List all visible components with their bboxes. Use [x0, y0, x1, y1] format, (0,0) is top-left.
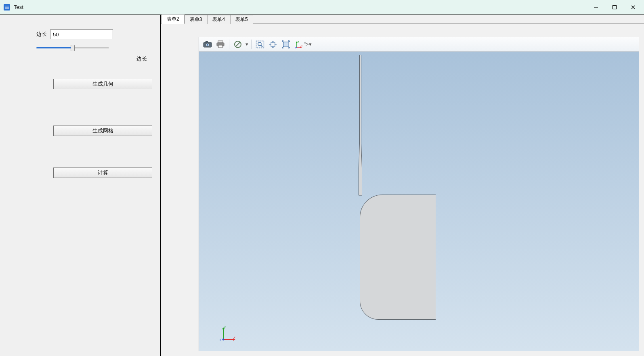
- triad-x-label: x: [234, 335, 235, 339]
- close-button[interactable]: [624, 1, 642, 13]
- geometry-block: [360, 195, 436, 320]
- graphics-viewer: ▾: [199, 37, 639, 351]
- toolbar-separator: [251, 40, 252, 49]
- toolbar-separator: [229, 40, 229, 49]
- tab-bar: 表单2表单3表单4表单5: [161, 15, 644, 24]
- generate-geometry-button[interactable]: 生成几何: [53, 79, 152, 89]
- svg-rect-10: [256, 41, 264, 48]
- no-entry-icon[interactable]: [232, 39, 244, 50]
- title-bar: Test: [0, 0, 644, 15]
- svg-point-16: [222, 339, 224, 341]
- tab-form2[interactable]: 表单2: [162, 15, 185, 24]
- edge-length-label-right: 边长: [136, 55, 147, 63]
- zoom-area-icon[interactable]: [254, 39, 266, 50]
- axis-orientation-icon[interactable]: y x: [293, 39, 305, 50]
- svg-text:x: x: [301, 44, 303, 47]
- tab-form5[interactable]: 表单5: [230, 15, 253, 24]
- graphics-canvas[interactable]: y x z: [199, 52, 639, 351]
- tab-body: ▾: [161, 24, 644, 356]
- svg-point-11: [258, 42, 261, 46]
- coordinate-triad: y x z: [218, 325, 237, 343]
- tab-form4[interactable]: 表单4: [207, 15, 230, 24]
- tab-form3[interactable]: 表单3: [185, 15, 208, 24]
- pan-icon[interactable]: [267, 39, 279, 50]
- svg-text:y: y: [298, 40, 299, 43]
- snapshot-icon[interactable]: [201, 39, 214, 50]
- triad-y-label: y: [224, 325, 226, 329]
- svg-rect-1: [613, 5, 617, 9]
- edge-length-slider[interactable]: [36, 45, 109, 51]
- dropdown-arrow-icon[interactable]: ▾: [245, 41, 249, 47]
- compute-button[interactable]: 计算: [53, 168, 152, 178]
- edge-length-input[interactable]: [50, 29, 113, 39]
- geometry-pin: [358, 55, 363, 197]
- app-icon: [3, 4, 10, 11]
- print-icon[interactable]: [214, 39, 227, 50]
- svg-point-5: [207, 44, 208, 46]
- svg-rect-3: [206, 41, 208, 43]
- minimize-button[interactable]: [587, 1, 605, 13]
- svg-rect-12: [271, 42, 275, 46]
- content-area: 表单2表单3表单4表单5: [161, 15, 644, 356]
- svg-rect-13: [283, 42, 288, 47]
- triad-z-label: z: [220, 338, 221, 342]
- zoom-extents-icon[interactable]: [280, 39, 292, 50]
- dropdown-arrow-icon: ">▾: [306, 41, 310, 47]
- window-title: Test: [14, 4, 23, 10]
- maximize-button[interactable]: [605, 1, 624, 13]
- svg-rect-6: [218, 41, 223, 43]
- generate-mesh-button[interactable]: 生成网格: [53, 126, 152, 136]
- viewer-toolbar: ▾: [199, 37, 639, 52]
- edge-length-field-row: 边长: [36, 29, 152, 39]
- edge-length-label: 边长: [36, 31, 47, 38]
- svg-rect-8: [218, 45, 222, 48]
- sidebar: 边长 边长 生成几何 生成网格 计算: [0, 15, 161, 356]
